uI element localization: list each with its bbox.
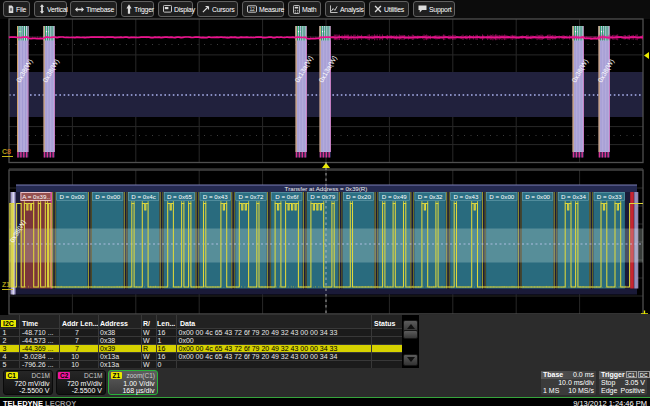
svg-text:D = 0x00: D = 0x00 xyxy=(59,193,84,200)
svg-text:D = 0x34: D = 0x34 xyxy=(561,193,586,200)
svg-text:A = 0x39..: A = 0x39.. xyxy=(22,193,50,200)
svg-text:D = 0x32: D = 0x32 xyxy=(418,193,443,200)
svg-text:D = 0x79: D = 0x79 xyxy=(310,193,335,200)
svg-text:D = 0x65: D = 0x65 xyxy=(167,193,192,200)
svg-text:D = 0x00: D = 0x00 xyxy=(95,193,120,200)
svg-text:D = 0x43: D = 0x43 xyxy=(453,193,478,200)
svg-text:D = 0x20: D = 0x20 xyxy=(346,193,371,200)
svg-text:D = 0x33: D = 0x33 xyxy=(597,193,622,200)
svg-text:D = 0x49: D = 0x49 xyxy=(382,193,407,200)
svg-text:D = 0x43: D = 0x43 xyxy=(203,193,228,200)
svg-text:D = 0x00: D = 0x00 xyxy=(525,193,550,200)
svg-text:D = 0x72: D = 0x72 xyxy=(239,193,264,200)
svg-text:D = 0x4c: D = 0x4c xyxy=(131,193,156,200)
svg-text:D = 0x6f: D = 0x6f xyxy=(275,193,298,200)
svg-text:D = 0x00: D = 0x00 xyxy=(489,193,514,200)
